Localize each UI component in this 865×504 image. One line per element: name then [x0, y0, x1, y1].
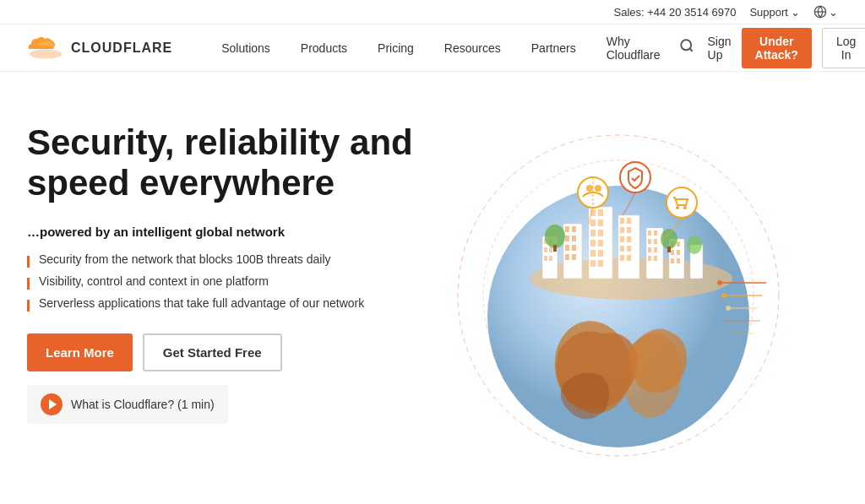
hero-subtitle: …powered by an intelligent global networ… — [27, 225, 416, 239]
svg-rect-50 — [627, 255, 631, 261]
svg-rect-35 — [598, 240, 603, 247]
svg-rect-29 — [598, 209, 603, 216]
svg-point-74 — [586, 185, 593, 192]
svg-point-78 — [666, 187, 697, 218]
svg-rect-47 — [620, 246, 624, 252]
nav-actions: Sign Up Under Attack? Log In — [676, 28, 865, 68]
svg-point-86 — [717, 280, 722, 285]
get-started-button[interactable]: Get Started Free — [143, 333, 282, 371]
svg-point-75 — [595, 185, 601, 192]
logo-icon — [27, 35, 64, 61]
language-selector[interactable]: ⌄ — [813, 5, 838, 19]
svg-point-68 — [545, 225, 565, 248]
learn-more-button[interactable]: Learn More — [27, 333, 133, 371]
svg-rect-43 — [620, 227, 624, 233]
svg-rect-42 — [627, 218, 631, 224]
svg-rect-71 — [667, 247, 671, 252]
svg-rect-64 — [677, 250, 680, 255]
svg-rect-39 — [598, 260, 603, 267]
svg-rect-16 — [544, 256, 547, 261]
svg-rect-23 — [565, 245, 569, 251]
svg-rect-33 — [598, 230, 603, 236]
svg-rect-46 — [627, 236, 631, 242]
svg-rect-21 — [565, 236, 569, 241]
svg-rect-15 — [549, 247, 552, 252]
bullet-1: Security from the network that blocks 10… — [27, 252, 416, 266]
nav-links: Solutions Products Pricing Resources Par… — [206, 24, 675, 72]
svg-rect-65 — [671, 258, 674, 263]
top-bar: Sales: +44 20 3514 6970 Support ⌄ ⌄ — [0, 0, 865, 24]
bullet-2: Visibility, control and context in one p… — [27, 274, 416, 288]
main-nav: CLOUDFLARE Solutions Products Pricing Re… — [0, 24, 865, 72]
hero-section: Security, reliability and speed everywhe… — [0, 72, 865, 501]
svg-rect-49 — [620, 255, 624, 261]
signup-button[interactable]: Sign Up — [708, 35, 732, 62]
nav-why-cloudflare[interactable]: Why Cloudflare — [591, 24, 676, 72]
svg-line-4 — [689, 48, 692, 51]
sales-info: Sales: +44 20 3514 6970 — [614, 6, 737, 19]
globe-graphic — [432, 114, 821, 477]
svg-rect-41 — [620, 218, 624, 224]
svg-rect-45 — [620, 236, 624, 242]
svg-rect-55 — [654, 239, 657, 244]
nav-solutions[interactable]: Solutions — [206, 24, 286, 72]
nav-pricing[interactable]: Pricing — [362, 24, 429, 72]
svg-rect-30 — [590, 219, 596, 226]
svg-rect-17 — [549, 256, 552, 261]
svg-point-2 — [30, 49, 62, 58]
hero-content: Security, reliability and speed everywhe… — [27, 114, 416, 424]
svg-rect-52 — [648, 230, 651, 236]
svg-rect-54 — [648, 239, 651, 244]
svg-rect-19 — [565, 226, 569, 232]
svg-rect-38 — [590, 260, 596, 267]
under-attack-button[interactable]: Under Attack? — [742, 28, 812, 68]
svg-rect-62 — [677, 241, 680, 247]
svg-rect-31 — [598, 219, 603, 226]
hero-title: Security, reliability and speed everywhe… — [27, 122, 416, 204]
svg-rect-34 — [590, 240, 596, 247]
svg-rect-44 — [627, 227, 631, 233]
svg-point-80 — [683, 206, 687, 209]
globe-svg — [432, 114, 821, 477]
logo[interactable]: CLOUDFLARE — [27, 35, 172, 61]
video-link[interactable]: What is Cloudflare? (1 min) — [27, 385, 228, 424]
svg-point-3 — [681, 40, 691, 50]
svg-point-87 — [721, 293, 726, 298]
svg-rect-53 — [654, 230, 657, 236]
chevron-down-icon-globe: ⌄ — [829, 6, 838, 19]
svg-rect-56 — [648, 247, 651, 252]
logo-text: CLOUDFLARE — [71, 41, 172, 56]
svg-rect-63 — [671, 250, 674, 255]
svg-rect-24 — [572, 245, 576, 251]
svg-rect-36 — [590, 250, 596, 257]
svg-rect-37 — [598, 250, 603, 257]
svg-rect-66 — [677, 258, 680, 263]
login-button[interactable]: Log In — [822, 28, 865, 68]
search-icon — [679, 38, 694, 53]
svg-rect-22 — [572, 236, 576, 241]
svg-point-72 — [687, 236, 702, 254]
hero-buttons: Learn More Get Started Free — [27, 333, 416, 371]
svg-point-88 — [726, 306, 731, 311]
hero-illustration — [416, 114, 838, 477]
svg-rect-57 — [654, 247, 657, 252]
svg-point-79 — [676, 206, 679, 209]
nav-products[interactable]: Products — [286, 24, 362, 72]
svg-rect-48 — [627, 246, 631, 252]
search-button[interactable] — [676, 35, 698, 61]
chevron-down-icon: ⌄ — [791, 6, 800, 19]
nav-partners[interactable]: Partners — [516, 24, 591, 72]
svg-rect-32 — [590, 230, 596, 236]
nav-resources[interactable]: Resources — [429, 24, 516, 72]
support-dropdown[interactable]: Support ⌄ — [749, 6, 800, 19]
play-icon — [41, 393, 63, 415]
svg-rect-14 — [544, 247, 547, 252]
svg-rect-26 — [572, 254, 576, 260]
svg-rect-20 — [572, 226, 576, 232]
svg-rect-58 — [648, 256, 651, 261]
bullet-3: Serverless applications that take full a… — [27, 296, 416, 310]
video-label: What is Cloudflare? (1 min) — [71, 398, 215, 411]
hero-bullets: Security from the network that blocks 10… — [27, 252, 416, 310]
svg-rect-69 — [553, 245, 557, 252]
svg-rect-25 — [565, 254, 569, 260]
